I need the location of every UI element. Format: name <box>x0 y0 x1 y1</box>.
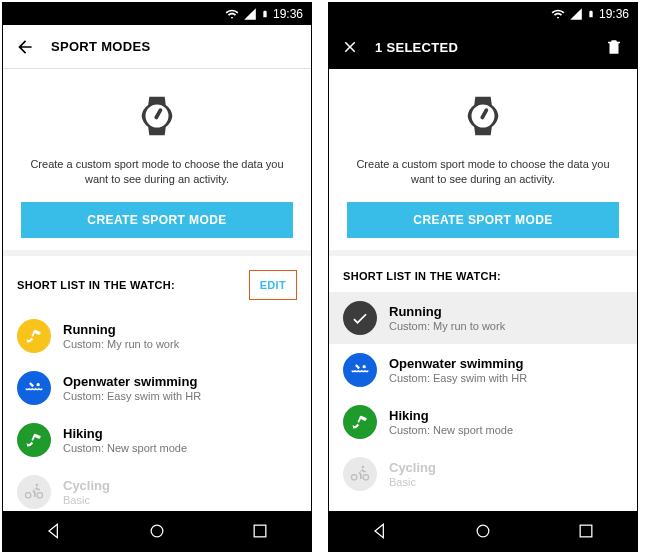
hero-text: Create a custom sport mode to choose the… <box>347 157 619 188</box>
item-title: Cycling <box>63 478 110 493</box>
sport-mode-list: RunningCustom: My run to workOpenwater s… <box>3 310 311 511</box>
status-time: 19:36 <box>273 7 303 21</box>
hero: Create a custom sport mode to choose the… <box>3 69 311 256</box>
swimming-icon <box>343 353 377 387</box>
cycling-icon <box>343 457 377 491</box>
content: Create a custom sport mode to choose the… <box>329 69 637 511</box>
hero-text: Create a custom sport mode to choose the… <box>21 157 293 188</box>
hiking-icon <box>343 405 377 439</box>
signal-icon <box>243 7 257 21</box>
status-time: 19:36 <box>599 7 629 21</box>
list-item[interactable]: RunningCustom: My run to work <box>329 292 637 344</box>
item-title: Hiking <box>389 408 513 423</box>
trash-icon[interactable] <box>605 38 623 56</box>
hiking-icon <box>17 423 51 457</box>
watch-icon <box>134 93 180 139</box>
list-item[interactable]: HikingCustom: New sport mode <box>3 414 311 466</box>
wifi-icon <box>225 7 239 21</box>
nav-back-button[interactable] <box>360 511 400 551</box>
battery-icon <box>261 7 269 21</box>
item-subtitle: Custom: Easy swim with HR <box>63 390 201 402</box>
subheader: SHORT LIST IN THE WATCH: <box>329 256 637 292</box>
watch-icon <box>460 93 506 139</box>
hero: Create a custom sport mode to choose the… <box>329 69 637 256</box>
cycling-icon <box>17 475 51 509</box>
app-bar-selection: 1 SELECTED <box>329 25 637 69</box>
item-subtitle: Custom: My run to work <box>389 320 505 332</box>
create-sport-mode-button[interactable]: CREATE SPORT MODE <box>21 202 293 238</box>
item-title: Openwater swimming <box>389 356 527 371</box>
nav-recent-button[interactable] <box>240 511 280 551</box>
wifi-icon <box>551 7 565 21</box>
android-navbar <box>329 511 637 551</box>
item-subtitle: Basic <box>389 476 436 488</box>
nav-home-button[interactable] <box>463 511 503 551</box>
back-icon[interactable] <box>15 37 35 57</box>
item-subtitle: Basic <box>63 494 110 506</box>
status-bar: 19:36 <box>3 3 311 25</box>
item-title: Running <box>389 304 505 319</box>
close-icon[interactable] <box>341 38 359 56</box>
status-bar: 19:36 <box>329 3 637 25</box>
item-subtitle: Custom: New sport mode <box>63 442 187 454</box>
list-item[interactable]: Openwater swimmingCustom: Easy swim with… <box>329 344 637 396</box>
create-sport-mode-button[interactable]: CREATE SPORT MODE <box>347 202 619 238</box>
subheader-title: SHORT LIST IN THE WATCH: <box>343 270 501 282</box>
list-item[interactable]: RunningCustom: My run to work <box>3 310 311 362</box>
item-subtitle: Custom: My run to work <box>63 338 179 350</box>
subheader: SHORT LIST IN THE WATCH: EDIT <box>3 256 311 310</box>
android-navbar <box>3 511 311 551</box>
nav-back-button[interactable] <box>34 511 74 551</box>
item-subtitle: Custom: Easy swim with HR <box>389 372 527 384</box>
phone-right: 19:36 1 SELECTED Create a custom sport m… <box>328 2 638 552</box>
phone-left: 19:36 SPORT MODES Create a custom sport … <box>2 2 312 552</box>
list-item[interactable]: CyclingBasic <box>329 448 637 500</box>
item-title: Openwater swimming <box>63 374 201 389</box>
appbar-title: 1 SELECTED <box>375 40 458 55</box>
edit-button[interactable]: EDIT <box>249 270 297 300</box>
swimming-icon <box>17 371 51 405</box>
nav-recent-button[interactable] <box>566 511 606 551</box>
battery-icon <box>587 7 595 21</box>
list-item[interactable]: CyclingBasic <box>3 466 311 511</box>
nav-home-button[interactable] <box>137 511 177 551</box>
subheader-title: SHORT LIST IN THE WATCH: <box>17 279 175 291</box>
item-title: Cycling <box>389 460 436 475</box>
running-icon <box>17 319 51 353</box>
item-title: Running <box>63 322 179 337</box>
app-bar: SPORT MODES <box>3 25 311 69</box>
check-icon <box>343 301 377 335</box>
list-item[interactable]: Openwater swimmingCustom: Easy swim with… <box>3 362 311 414</box>
item-subtitle: Custom: New sport mode <box>389 424 513 436</box>
item-title: Hiking <box>63 426 187 441</box>
list-item[interactable]: HikingCustom: New sport mode <box>329 396 637 448</box>
appbar-title: SPORT MODES <box>51 39 150 54</box>
sport-mode-list: RunningCustom: My run to workOpenwater s… <box>329 292 637 500</box>
content: Create a custom sport mode to choose the… <box>3 69 311 511</box>
signal-icon <box>569 7 583 21</box>
